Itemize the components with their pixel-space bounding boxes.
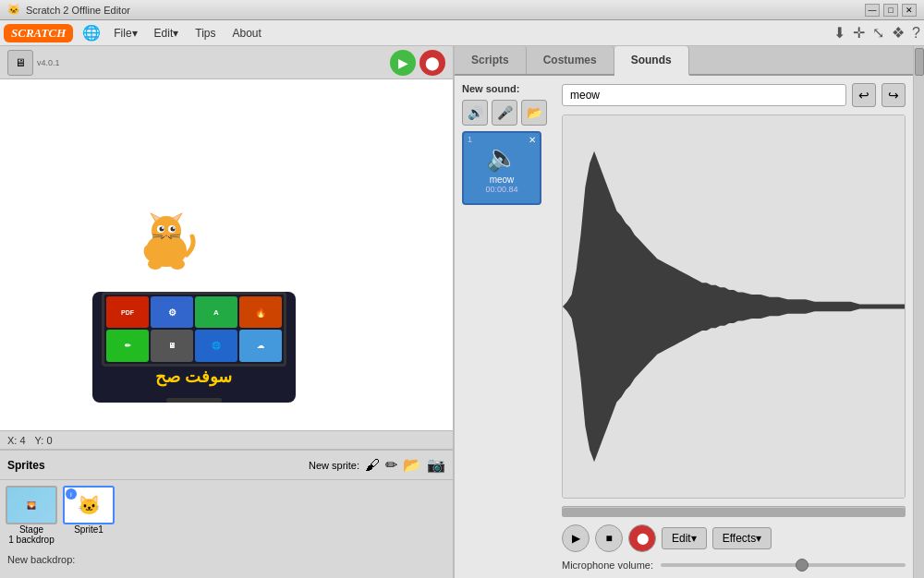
sounds-content: New sound: 🔊 🎤 📂 1 ✕ 🔈 meow 00:00.84 bbox=[455, 76, 913, 578]
stage-name: Stage bbox=[19, 524, 43, 535]
edit-menu[interactable]: Edit▾ bbox=[147, 23, 187, 43]
right-scrollbar-thumb[interactable] bbox=[915, 48, 924, 76]
globe-icon[interactable]: 🌐 bbox=[82, 24, 101, 42]
green-flag-button[interactable]: ▶ bbox=[390, 50, 416, 76]
sprites-list: 🌄 Stage 1 backdrop i 🐱 Sprite1 bbox=[0, 480, 453, 550]
maximize-button[interactable]: □ bbox=[883, 4, 898, 17]
watermark-text: سوفت صح bbox=[155, 367, 232, 387]
move-icon[interactable]: ✛ bbox=[853, 24, 865, 42]
help-icon[interactable]: ? bbox=[912, 25, 920, 42]
monitor-icon: 🖥 bbox=[15, 56, 26, 69]
speaker-sound-button[interactable]: 🔊 bbox=[462, 100, 488, 126]
sprite1-thumbnail[interactable]: i 🐱 Sprite1 bbox=[63, 486, 115, 545]
effects-label: Effects▾ bbox=[723, 532, 761, 545]
monitor-base bbox=[166, 398, 222, 403]
svg-point-9 bbox=[171, 227, 176, 232]
stage-canvas[interactable]: PDF ⚙ A 🔥 ✏ 🖥 🌐 ☁ سوفت صح bbox=[0, 79, 453, 430]
sound-item-icon: 🔈 bbox=[486, 142, 518, 173]
waveform-scrollbar[interactable] bbox=[562, 506, 906, 517]
watermark-screen: PDF ⚙ A 🔥 ✏ 🖥 🌐 ☁ bbox=[102, 292, 286, 367]
app-icon: 🐱 bbox=[7, 4, 20, 16]
svg-point-11 bbox=[173, 227, 175, 229]
stop-button[interactable]: ⬤ bbox=[419, 50, 445, 76]
volume-slider-thumb[interactable] bbox=[796, 559, 808, 572]
right-panel: Scripts Costumes Sounds New sound: 🔊 🎤 📂… bbox=[453, 46, 913, 578]
sprites-title: Sprites bbox=[7, 459, 45, 472]
undo-button[interactable]: ↩ bbox=[852, 83, 876, 107]
edit-label: Edit▾ bbox=[672, 532, 697, 545]
new-backdrop-label: New backdrop: bbox=[0, 550, 453, 569]
about-menu[interactable]: About bbox=[225, 23, 269, 43]
sound-item[interactable]: 1 ✕ 🔈 meow 00:00.84 bbox=[462, 131, 541, 205]
minimize-button[interactable]: — bbox=[865, 4, 880, 17]
sound-name-input[interactable] bbox=[562, 84, 846, 106]
sprites-panel: Sprites New sprite: 🖌 ✏ 📂 📷 🌄 Stage 1 ba… bbox=[0, 449, 453, 578]
play-button[interactable]: ▶ bbox=[562, 524, 590, 552]
new-sprite-label: New sprite: bbox=[309, 460, 359, 471]
redo-button[interactable]: ↪ bbox=[881, 83, 906, 107]
sprite1-thumb-img: i 🐱 bbox=[63, 486, 115, 524]
titlebar-title: Scratch 2 Offline Editor bbox=[26, 5, 130, 16]
tabs-bar: Scripts Costumes Sounds bbox=[455, 46, 913, 76]
waveform-display bbox=[562, 114, 906, 499]
titlebar-controls: — □ ✕ bbox=[865, 4, 917, 17]
tab-costumes[interactable]: Costumes bbox=[527, 46, 614, 74]
waveform-scrollbar-thumb[interactable] bbox=[563, 508, 905, 517]
stage-sub: 1 backdrop bbox=[8, 535, 54, 545]
svg-point-18 bbox=[170, 259, 185, 270]
edit-sprite-button[interactable]: ✏ bbox=[385, 456, 397, 474]
mic-volume-bar: Microphone volume: bbox=[562, 560, 906, 571]
left-panel: 🖥 v4.0.1 ▶ ⬤ bbox=[0, 46, 453, 578]
sound-actions: 🔊 🎤 📂 bbox=[462, 100, 554, 126]
edit-menu-button[interactable]: Edit▾ bbox=[662, 527, 707, 549]
stage-thumbnail[interactable]: 🌄 Stage 1 backdrop bbox=[6, 486, 57, 545]
stop-playback-button[interactable]: ■ bbox=[595, 524, 623, 552]
version-label: v4.0.1 bbox=[37, 58, 60, 67]
paint-sprite-button[interactable]: 🖌 bbox=[365, 457, 380, 474]
cat-sprite bbox=[129, 209, 203, 273]
titlebar: 🐱 Scratch 2 Offline Editor — □ ✕ bbox=[0, 0, 924, 20]
y-coord: Y: 0 bbox=[35, 435, 53, 446]
stage-coords: X: 4 Y: 0 bbox=[0, 430, 453, 449]
main-area: 🖥 v4.0.1 ▶ ⬤ bbox=[0, 46, 924, 578]
fullscreen-icon[interactable]: ⤡ bbox=[872, 24, 884, 42]
sound-item-num: 1 bbox=[468, 135, 472, 144]
sounds-editor-area: ↩ ↪ bbox=[562, 83, 906, 571]
new-sound-label: New sound: bbox=[462, 83, 554, 94]
tips-menu[interactable]: Tips bbox=[188, 23, 223, 43]
record-button[interactable]: ⬤ bbox=[628, 524, 656, 552]
stage-view-button[interactable]: 🖥 bbox=[7, 50, 33, 76]
effects-menu-button[interactable]: Effects▾ bbox=[712, 527, 772, 549]
scratch-logo: SCRATCH bbox=[4, 24, 73, 42]
playback-controls: ▶ ■ ⬤ Edit▾ Effects▾ bbox=[562, 524, 906, 552]
sound-item-name: meow bbox=[490, 175, 515, 185]
sprite-info-badge: i bbox=[66, 488, 77, 500]
stage-thumb-img: 🌄 bbox=[6, 486, 57, 524]
watermark: PDF ⚙ A 🔥 ✏ 🖥 🌐 ☁ سوفت صح bbox=[92, 292, 296, 403]
tab-sounds[interactable]: Sounds bbox=[614, 46, 689, 76]
sprite1-name: Sprite1 bbox=[74, 524, 103, 535]
svg-point-10 bbox=[162, 227, 164, 229]
sound-item-close[interactable]: ✕ bbox=[529, 135, 536, 145]
camera-sprite-button[interactable]: 📷 bbox=[427, 456, 445, 474]
upload-sprite-button[interactable]: 📂 bbox=[403, 456, 421, 474]
menubar: SCRATCH 🌐 File▾ Edit▾ Tips About ⬇ ✛ ⤡ ❖… bbox=[0, 20, 924, 46]
toolbar-right: ⬇ ✛ ⤡ ❖ ? bbox=[833, 24, 920, 42]
right-scrollbar[interactable] bbox=[913, 46, 924, 578]
tab-scripts[interactable]: Scripts bbox=[455, 46, 527, 74]
sound-name-bar: ↩ ↪ bbox=[562, 83, 906, 107]
monitor-stand bbox=[185, 387, 203, 399]
svg-point-8 bbox=[160, 227, 164, 232]
volume-slider-track[interactable] bbox=[661, 563, 906, 567]
file-menu[interactable]: File▾ bbox=[106, 23, 144, 43]
titlebar-left: 🐱 Scratch 2 Offline Editor bbox=[7, 4, 130, 16]
x-coord: X: 4 bbox=[7, 435, 26, 446]
upload-sound-button[interactable]: 📂 bbox=[521, 100, 547, 126]
close-button[interactable]: ✕ bbox=[902, 4, 917, 17]
upload-icon[interactable]: ⬇ bbox=[833, 24, 845, 42]
mic-volume-label: Microphone volume: bbox=[562, 560, 653, 571]
mic-sound-button[interactable]: 🎤 bbox=[492, 100, 517, 126]
sprites-header: Sprites New sprite: 🖌 ✏ 📂 📷 bbox=[0, 451, 453, 480]
stage-toolbar: 🖥 v4.0.1 ▶ ⬤ bbox=[0, 46, 453, 79]
turbo-icon[interactable]: ❖ bbox=[892, 24, 905, 42]
